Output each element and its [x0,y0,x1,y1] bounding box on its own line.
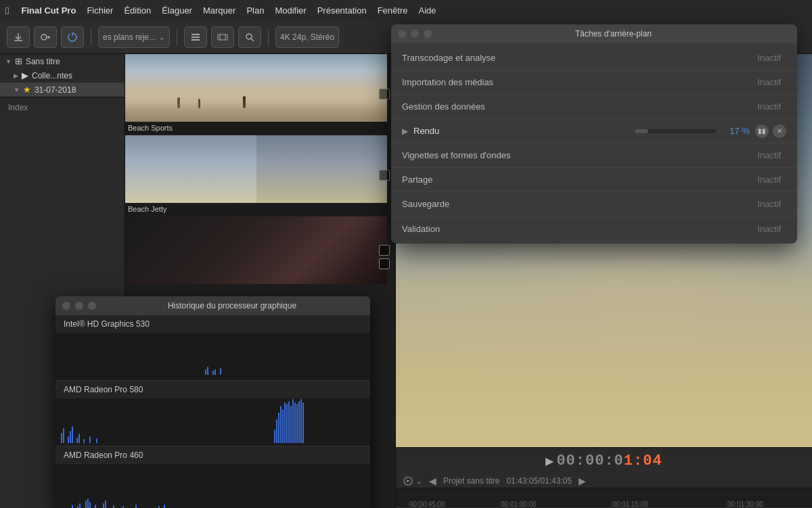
filter-label[interactable]: es plans reje... ⌄ [98,26,170,48]
gpu-title: Historique du processeur graphique [101,301,363,310]
menubar-app-name[interactable]: Final Cut Pro [16,4,81,17]
clip-checkbox-beach-sports[interactable] [379,89,390,99]
timeline-ruler: 00:00:45:00 00:01:00:00 00:01:15:00 00:0… [396,488,812,508]
task-row-vignettes: Vignettes et formes d'ondes Inactif [391,143,797,168]
svg-point-7 [246,34,252,39]
menubar-presentation[interactable]: Présentation [312,4,372,17]
clip-thumb-dark [125,216,387,284]
bg-tasks-titlebar: Tâches d'arrière-plan [391,24,797,43]
svg-point-0 [41,34,47,40]
task-row-sauvegarde: Sauvegarde Inactif [391,192,797,216]
toolbar-separator-2 [177,29,177,45]
gpu-graph-amd580 [55,398,370,446]
sidebar-item-sans-titre[interactable]: ▼ ⊞ Sans titre [0,54,125,68]
toolbar-separator-3 [268,29,269,45]
menubar-elaguer[interactable]: Élaguer [156,4,198,17]
timeline-bar: ⌄ ◀ Projet sans titre 01:43:05/01:43:05 … [396,474,812,488]
timecode-bright-part: 1:04 [624,453,662,469]
expand-arrow-icon: ▶ [14,72,18,79]
timeline-next-button[interactable]: ▶ [579,476,586,486]
library-icon: ⊞ [15,56,22,66]
clip-row-dark[interactable] [125,216,395,284]
close-button-inactive[interactable] [398,30,406,38]
filter-chevron-icon: ⌄ [158,32,165,42]
svg-rect-3 [191,39,200,41]
menubar-fenetre[interactable]: Fenêtre [372,4,413,17]
bg-tasks-content: Transcodage et analyse Inactif Importati… [391,43,797,244]
task-row-partage: Partage Inactif [391,168,797,192]
svg-rect-1 [191,34,200,35]
clip-checkbox-dark-2[interactable] [379,258,390,269]
clip-thumb-beach-jetty [125,135,387,203]
search-button[interactable] [238,26,261,48]
minimize-button-inactive[interactable] [411,30,419,38]
background-tasks-panel: Tâches d'arrière-plan Transcodage et ana… [391,24,797,244]
pause-button[interactable]: ▮▮ [755,124,769,138]
quality-label: 4K 24p, Stéréo [275,26,339,48]
menubar-modifier[interactable]: Modifier [269,4,311,17]
bg-tasks-title: Tâches d'arrière-plan [436,29,790,39]
gpu-graph-intel [55,333,370,380]
gpu-section-amd460: AMD Radeon Pro 460 [55,446,370,508]
preview-controls: ▶ 00:00:01:04 [396,447,812,474]
timecode-dim-part: 00:00:0 [556,453,623,469]
collapse-date-arrow-icon: ▼ [14,87,20,93]
gpu-header-intel: Intel® HD Graphics 530 [55,315,370,333]
task-row-importation: Importation des médias Inactif [391,70,797,95]
folder-icon: ▶ [22,70,28,80]
timeline-nav: ⌄ ◀ Projet sans titre 01:43:05/01:43:05 … [403,476,586,486]
menubar-aide[interactable]: Aide [413,4,441,17]
project-duration: 01:43:05/01:43:05 [506,476,572,486]
project-name: Projet sans titre [443,476,499,486]
filmstrip-button[interactable] [211,26,234,48]
rendu-play-icon[interactable]: ▶ [402,126,408,136]
svg-rect-4 [218,34,227,40]
timeline-prev-button[interactable]: ◀ [429,476,436,486]
clip-checkbox-beach-jetty[interactable] [379,170,390,181]
speed-chevron: ⌄ [416,477,422,486]
stop-button[interactable]: ✕ [773,124,786,138]
task-row-validation: Validation Inactif [391,216,797,241]
sidebar-item-date[interactable]: ▼ ★ 31-07-2018 [0,83,125,97]
apple-menu-icon[interactable]:  [5,5,9,16]
task-row-gestion: Gestion des données Inactif [391,95,797,119]
collapse-arrow-icon: ▼ [5,58,12,65]
play-button[interactable]: ▶ [545,455,554,467]
maximize-button-inactive[interactable] [424,30,432,38]
rendu-progress-bar [635,129,716,133]
clip-label-beach-sports: Beach Sports [125,122,387,134]
clip-checkbox-dark[interactable] [379,245,390,256]
svg-line-8 [251,39,254,41]
svg-rect-2 [191,37,200,38]
sidebar-index[interactable]: Index [0,97,125,117]
star-icon: ★ [23,85,31,95]
view-list-button[interactable] [184,26,207,48]
gpu-minimize-btn[interactable] [75,302,83,310]
menubar-marquer[interactable]: Marquer [198,4,241,17]
rendu-controls: ▮▮ ✕ [755,124,786,138]
gpu-maximize-btn[interactable] [88,302,96,310]
toolbar-separator-1 [91,29,91,45]
menubar-edition[interactable]: Édition [118,4,156,17]
gpu-close-btn[interactable] [62,302,70,310]
menubar-fichier[interactable]: Fichier [81,4,118,17]
rendu-progress-fill [635,129,648,133]
gpu-header-amd580: AMD Radeon Pro 580 [55,381,370,398]
gpu-section-intel: Intel® HD Graphics 530 [55,315,370,381]
clip-label-beach-jetty: Beach Jetty [125,203,387,215]
key-button[interactable] [34,26,57,48]
import-button[interactable] [7,26,30,48]
gpu-titlebar: Historique du processeur graphique [55,296,370,315]
timecode-display: 00:00:01:04 [556,453,662,469]
menubar:  Final Cut Pro Fichier Édition Élaguer … [0,0,812,20]
task-row-rendu: ▶ Rendu 17 % ▮▮ ✕ [391,119,797,143]
clip-row-beach-jetty[interactable]: Beach Jetty [125,135,395,215]
spinner-button[interactable] [61,26,84,48]
task-row-transcodage: Transcodage et analyse Inactif [391,46,797,70]
gpu-history-panel: Historique du processeur graphique Intel… [55,296,370,508]
menubar-plan[interactable]: Plan [241,4,269,17]
gpu-header-amd460: AMD Radeon Pro 460 [55,446,370,464]
clip-row-beach-sports[interactable]: Beach Sports [125,54,395,134]
speed-control[interactable]: ⌄ [403,476,422,486]
sidebar-item-collections[interactable]: ▶ ▶ Colle...ntes [0,68,125,83]
